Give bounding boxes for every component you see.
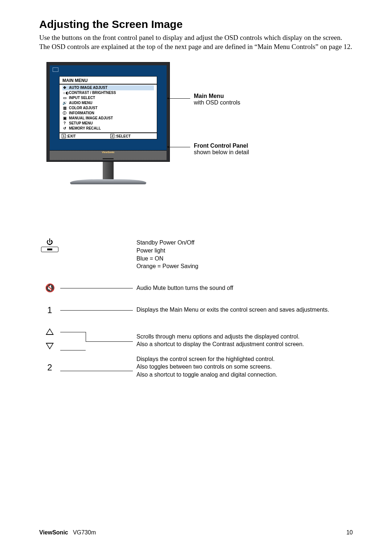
mute-icon: 🔇 — [45, 284, 55, 292]
callout-front-panel-sub: shown below in detail — [194, 149, 249, 156]
setup-icon: ? — [62, 121, 67, 126]
button1-text: Displays the Main Menu or exits the cont… — [133, 306, 353, 314]
key-1: 1 — [62, 134, 66, 138]
control-row-power: ⏻ Standby Power On/Off Power light Blue … — [39, 239, 353, 270]
footer-model: VG730m — [73, 529, 96, 535]
button-1-label: 1 — [47, 306, 52, 315]
callout-main-menu-title: Main Menu — [194, 93, 240, 99]
down-arrow-icon — [46, 343, 54, 349]
osd-item: ▥COLOR ADJUST — [62, 106, 154, 111]
up-arrow-icon — [46, 328, 54, 335]
page-heading: Adjusting the Screen Image — [39, 18, 353, 30]
controls-section: ⏻ Standby Power On/Off Power light Blue … — [39, 239, 353, 378]
recall-icon: ↺ — [62, 126, 67, 131]
key-2: 2 — [110, 134, 114, 138]
speaker-bar: ViewSonic — [50, 150, 167, 160]
contrast-icon: ☼◐ — [62, 90, 67, 95]
power-line1: Standby Power On/Off — [136, 239, 353, 247]
footer-brand: ViewSonic — [39, 529, 68, 535]
brand-label: ViewSonic — [102, 151, 115, 153]
button2-line1: Displays the control screen for the high… — [136, 355, 353, 363]
envelope-icon — [53, 67, 58, 72]
button2-line3: Also a shortcut to toggle analog and dig… — [136, 371, 353, 379]
control-row-mute: 🔇 Audio Mute button turns the sound off — [39, 284, 353, 292]
arrows-line1: Scrolls through menu options and adjusts… — [136, 333, 353, 341]
monitor-figure: MAIN MENU ✥AUTO IMAGE ADJUST ☼◐CONTRAST … — [39, 62, 353, 184]
mute-text: Audio Mute button turns the sound off — [133, 284, 353, 292]
monitor-stand-neck — [103, 162, 114, 179]
osd-item: ▣MANUAL IMAGE ADJUST — [62, 116, 154, 121]
osd-item: 🔊AUDIO MENU — [62, 100, 154, 106]
intro-paragraph: Use the buttons on the front control pan… — [39, 33, 353, 51]
page-footer: ViewSonic VG730m 10 — [39, 529, 353, 536]
info-icon: ⓘ — [62, 111, 67, 116]
power-icon: ⏻ — [46, 239, 53, 245]
osd-item: ↺MEMORY RECALL — [62, 126, 154, 131]
monitor-stand-base — [70, 179, 146, 184]
osd-item: ⓘINFORMATION — [62, 111, 154, 116]
power-line2: Power light — [136, 247, 353, 255]
color-icon: ▥ — [62, 106, 67, 111]
power-indicator-icon — [41, 247, 58, 252]
osd-item: ☼◐CONTRAST / BRIGHTNESS — [62, 90, 154, 95]
auto-adjust-icon: ✥ — [62, 85, 67, 90]
osd-panel: MAIN MENU ✥AUTO IMAGE ADJUST ☼◐CONTRAST … — [59, 76, 157, 139]
osd-item: ?SETUP MENU — [62, 121, 154, 126]
osd-item: ▭INPUT SELECT — [62, 95, 154, 100]
monitor-graphic: MAIN MENU ✥AUTO IMAGE ADJUST ☼◐CONTRAST … — [46, 62, 170, 184]
page-number: 10 — [346, 529, 353, 536]
callout-main-menu-sub: with OSD controls — [194, 99, 240, 106]
callouts: Main Menu with OSD controls Front Contro… — [176, 62, 306, 93]
osd-item: ✥AUTO IMAGE ADJUST — [62, 85, 154, 90]
input-icon: ▭ — [62, 95, 67, 100]
power-line3: Blue = ON — [136, 255, 353, 263]
button-2-label: 2 — [47, 363, 52, 372]
manual-icon: ▣ — [62, 116, 67, 121]
callout-front-panel-title: Front Control Panel — [194, 143, 249, 149]
osd-footer: 1:EXIT 2:SELECT — [60, 132, 157, 139]
osd-title: MAIN MENU — [60, 77, 157, 85]
button2-line2: Also toggles between two controls on som… — [136, 363, 353, 371]
power-line4: Orange = Power Saving — [136, 262, 353, 270]
control-row-button2: 2 Displays the control screen for the hi… — [39, 363, 353, 379]
control-row-arrows: Scrolls through menu options and adjusts… — [39, 328, 353, 349]
arrows-line2: Also a shortcut to display the Contrast … — [136, 340, 353, 348]
control-row-button1: 1 Displays the Main Menu or exits the co… — [39, 306, 353, 315]
audio-icon: 🔊 — [62, 100, 67, 106]
